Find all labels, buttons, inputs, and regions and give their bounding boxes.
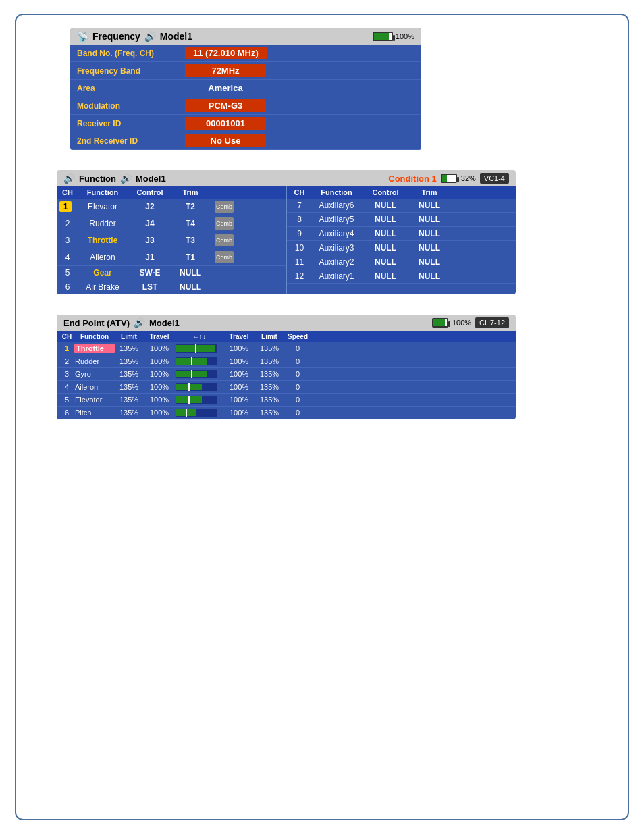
freq-row-freqband: Frequency Band 72MHz: [70, 62, 421, 80]
func-right-header: CH Function Control Trim: [287, 186, 516, 199]
ep-ch-1: 1: [59, 344, 74, 353]
func-right-row-7[interactable]: 7 Auxiliary6 NULL NULL: [287, 199, 516, 213]
main-container: 📡 Frequency 🔊 Model1 100% Band No. (Freq…: [15, 14, 629, 820]
ep-bar-left-3: [176, 371, 191, 377]
freq-label-mod: Modulation: [77, 101, 185, 111]
comb-icon-3: Comb: [215, 234, 234, 246]
ep-hdr-ch: CH: [59, 332, 74, 341]
ep-speed-2: 0: [284, 357, 312, 366]
ep-row-3[interactable]: 3 Gyro 135% 100% 100% 135% 0: [57, 368, 516, 381]
freq-row-2ndrecid: 2nd Receiver ID No Use: [70, 132, 421, 150]
freq-value-area: America: [185, 82, 266, 95]
func-rtrim-9: NULL: [408, 228, 452, 239]
ep-limit-l-4: 135%: [115, 382, 143, 392]
ep-travel-l-2: 100%: [143, 357, 176, 366]
condition-info: Condition 1 32% VC1-4: [388, 173, 509, 184]
func-right-row-9[interactable]: 9 Auxiliary4 NULL NULL: [287, 227, 516, 241]
func-right-row-11[interactable]: 11 Auxiliary2 NULL NULL: [287, 255, 516, 269]
func-ctrl-5: SW-E: [130, 267, 170, 278]
ep-row-5[interactable]: 5 Elevator 135% 100% 100% 135% 0: [57, 394, 516, 407]
battery-bar: [373, 32, 393, 41]
function-header: 🔊 Function 🔊 Model1 Condition 1 32% VC1-…: [57, 170, 516, 186]
func-ch-1: 1: [59, 201, 72, 212]
ep-hdr-travel-r: Travel: [223, 332, 255, 341]
func-left-row-1[interactable]: 1 Elevator J2 T2 Comb: [57, 199, 286, 215]
ep-ch-5: 5: [59, 395, 74, 405]
ep-extra-2: [312, 361, 336, 362]
ep-travel-l-5: 100%: [143, 395, 176, 405]
func-rtrim-11: NULL: [408, 257, 452, 267]
ep-speed-3: 0: [284, 369, 312, 379]
func-ch-5: 5: [59, 267, 76, 278]
freq-label-freqband: Frequency Band: [77, 66, 185, 76]
func-title: Function: [79, 174, 116, 184]
func-right-row-8[interactable]: 8 Auxiliary5 NULL NULL: [287, 213, 516, 227]
func-ch-3: 3: [59, 235, 76, 246]
ep-limit-l-5: 135%: [115, 395, 143, 405]
ep-speaker-icon: 🔊: [134, 317, 145, 328]
ep-bar-left-2: [176, 358, 191, 365]
func-left-row-6[interactable]: 6 Air Brake LST NULL: [57, 280, 286, 294]
frequency-header: 📡 Frequency 🔊 Model1 100%: [70, 28, 421, 45]
freq-label-band: Band No. (Freq. CH): [77, 49, 185, 58]
ep-bar-wrap-3: [176, 370, 217, 378]
vc-badge: VC1-4: [480, 173, 509, 184]
freq-value-freqband: 72MHz: [185, 64, 266, 77]
func-speaker-icon: 🔊: [63, 173, 75, 184]
ep-bar-left-4: [176, 384, 188, 390]
ep-body: CH Function Limit Travel ←↑↓ Travel Limi…: [57, 331, 516, 419]
ep-ch-badge: CH7-12: [475, 317, 509, 328]
func-left-row-4[interactable]: 4 Aileron J1 T1 Comb: [57, 249, 286, 266]
function-panel: 🔊 Function 🔊 Model1 Condition 1 32% VC1-…: [57, 170, 516, 294]
ep-limit-r-2: 135%: [255, 357, 284, 366]
freq-row-recid: Receiver ID 00001001: [70, 115, 421, 132]
ep-row-6[interactable]: 6 Pitch 135% 100% 100% 135% 0: [57, 407, 516, 419]
ep-battery-bar: [432, 318, 448, 328]
ep-bar-5: [176, 395, 223, 405]
func-right-row-10[interactable]: 10 Auxiliary3 NULL NULL: [287, 241, 516, 255]
comb-icon-2: Comb: [215, 217, 234, 230]
ep-func-4: Aileron: [74, 382, 115, 392]
func-rfunc-12: Auxiliary1: [310, 271, 364, 282]
ep-func-1: Throttle: [74, 344, 115, 353]
func-rctrl-12: NULL: [364, 271, 408, 282]
ep-row-2[interactable]: 2 Rudder 135% 100% 100% 135% 0: [57, 355, 516, 368]
ep-limit-r-5: 135%: [255, 395, 284, 405]
func-trim-4: T1: [170, 252, 211, 263]
ep-limit-r-1: 135%: [255, 344, 284, 353]
func-left-row-3[interactable]: 3 Throttle J3 T3 Comb: [57, 232, 286, 249]
ep-ch-6: 6: [59, 408, 74, 417]
ep-bar-right-2: [192, 358, 207, 365]
ep-row-1[interactable]: 1 Throttle 135% 100% 100% 135% 0: [57, 342, 516, 355]
ep-ch-4: 4: [59, 382, 74, 392]
ep-travel-r-6: 100%: [223, 408, 255, 417]
func-rcol-function: Function: [310, 188, 364, 197]
func-rch-8: 8: [290, 214, 310, 225]
func-rcol-control: Control: [364, 188, 408, 197]
func-right-row-12[interactable]: 12 Auxiliary1 NULL NULL: [287, 269, 516, 284]
func-left-row-2[interactable]: 2 Rudder J4 T4 Comb: [57, 215, 286, 232]
ep-extra-6: [312, 412, 336, 413]
func-rch-10: 10: [290, 242, 310, 253]
ep-bar-right-4: [190, 384, 202, 390]
func-col-function: Function: [76, 188, 130, 197]
ep-extra-3: [312, 373, 336, 375]
function-body: CH Function Control Trim 1 Elevator J2 T…: [57, 186, 516, 294]
func-left-row-5[interactable]: 5 Gear SW-E NULL: [57, 266, 286, 280]
ep-bar-6: [176, 408, 223, 417]
func-ctrl-4: J1: [130, 252, 170, 263]
func-ctrl-2: J4: [130, 218, 170, 229]
ep-limit-r-6: 135%: [255, 408, 284, 417]
ep-row-4[interactable]: 4 Aileron 135% 100% 100% 135% 0: [57, 381, 516, 394]
func-comb-1: Comb: [211, 200, 238, 213]
func-comb-2: Comb: [211, 217, 238, 230]
func-trim-2: T4: [170, 218, 211, 229]
ep-extra-1: [312, 348, 336, 349]
func-right-table: CH Function Control Trim 7 Auxiliary6 NU…: [287, 186, 516, 294]
freq-label-recid: Receiver ID: [77, 119, 185, 128]
func-ctrl-1: J2: [130, 201, 170, 212]
func-rcol-ch: CH: [290, 188, 310, 197]
endpoint-panel: End Point (ATV) 🔊 Model1 100% CH7-12 CH …: [57, 315, 516, 419]
func-comb-5: [211, 272, 238, 273]
ep-extra-4: [312, 386, 336, 388]
